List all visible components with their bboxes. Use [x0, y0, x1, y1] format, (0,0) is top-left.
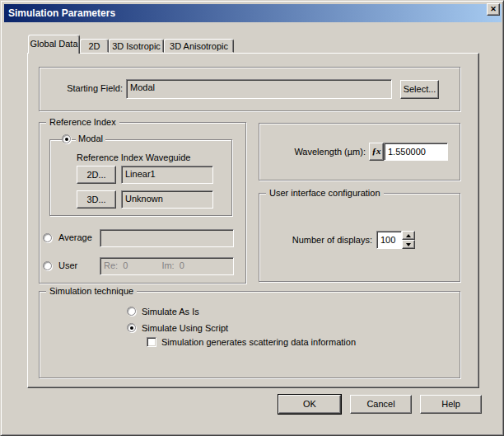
wavelength-label: Wavelength (µm): [273, 147, 366, 157]
re-label: Re: [104, 260, 118, 270]
tab-label: Global Data [30, 39, 77, 49]
average-radio-label: Average [58, 232, 92, 242]
displays-input[interactable] [376, 231, 402, 249]
simulate-using-script-radio[interactable] [127, 323, 136, 332]
starting-field-value[interactable]: Modal [126, 79, 392, 99]
user-radio-label: User [58, 260, 77, 270]
simulate-as-is-radio[interactable] [127, 307, 136, 316]
starting-field-label: Starting Field: [50, 83, 123, 93]
im-label: Im: [161, 260, 174, 270]
modal-radio[interactable] [62, 134, 71, 143]
re-value: 0 [123, 260, 128, 270]
waveguide-label: Reference Index Waveguide [77, 152, 190, 162]
title-bar[interactable]: Simulation Parameters [4, 4, 502, 22]
waveguide-3d-value: Unknown [121, 190, 213, 209]
modal-radio-label: Modal [76, 134, 105, 143]
cancel-button[interactable]: Cancel [350, 395, 412, 414]
ok-button[interactable]: OK [278, 395, 341, 414]
close-icon[interactable]: ✕ [487, 3, 500, 16]
help-button[interactable]: Help [420, 395, 482, 414]
fx-function-icon[interactable]: ƒx [369, 143, 384, 161]
spin-up-icon[interactable] [402, 231, 415, 240]
tab-3d-anisotropic[interactable]: 3D Anisotropic [164, 39, 234, 53]
tab-2d[interactable]: 2D [80, 39, 109, 53]
window-title: Simulation Parameters [8, 7, 115, 19]
user-radio[interactable] [43, 261, 52, 270]
select-button[interactable]: Select... [400, 80, 439, 99]
simulate-using-script-label: Simulate Using Script [142, 323, 228, 333]
scattering-checkbox[interactable] [147, 337, 156, 347]
waveguide-3d-button[interactable]: 3D... [77, 190, 116, 209]
spin-down-icon[interactable] [402, 240, 415, 249]
ui-config-title: User interface configuration [266, 188, 384, 198]
tab-label: 3D Isotropic [112, 41, 161, 51]
scattering-checkbox-label: Simulation generates scattering data inf… [161, 337, 356, 347]
tab-label: 3D Anisotropic [170, 41, 228, 51]
tab-label: 2D [88, 41, 100, 51]
simulation-technique-title: Simulation technique [46, 286, 137, 296]
tab-3d-isotropic[interactable]: 3D Isotropic [109, 39, 164, 53]
waveguide-2d-button[interactable]: 2D... [77, 166, 116, 184]
simulation-parameters-dialog: Simulation Parameters ✕ Global Data 2D 3… [0, 0, 504, 436]
wavelength-input[interactable] [384, 143, 448, 161]
displays-spinner [402, 231, 415, 249]
displays-label: Number of displays: [273, 235, 372, 245]
im-value: 0 [180, 260, 184, 270]
simulation-technique-group: Simulation technique [39, 291, 460, 378]
waveguide-2d-value: Linear1 [121, 166, 213, 184]
average-radio[interactable] [43, 233, 52, 242]
tab-global-data[interactable]: Global Data [28, 35, 80, 54]
simulate-as-is-label: Simulate As Is [142, 307, 199, 316]
average-value-field[interactable] [100, 229, 234, 247]
reference-index-title: Reference Index [46, 117, 119, 127]
user-complex-field: Re: 0 Im: 0 [100, 257, 234, 275]
